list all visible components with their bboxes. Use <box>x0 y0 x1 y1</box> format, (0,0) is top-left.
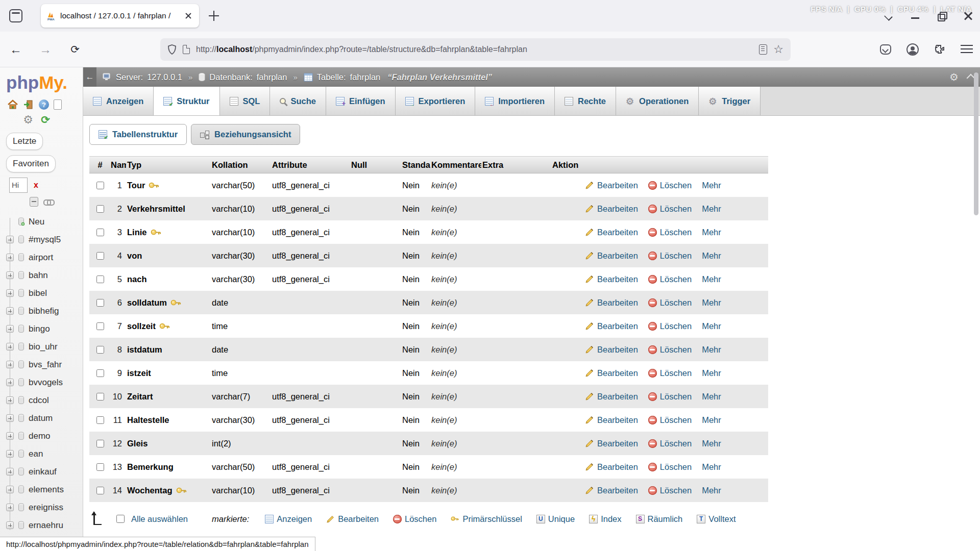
with-selected-unique[interactable]: Unique <box>536 514 575 524</box>
with-selected-index[interactable]: Index <box>589 514 621 524</box>
window-restore-icon[interactable] <box>935 9 948 22</box>
column-header[interactable]: # <box>89 160 110 170</box>
help-icon[interactable]: ? <box>39 99 49 110</box>
phpmyadmin-logo[interactable]: phpMy. <box>0 67 83 94</box>
row-checkbox[interactable] <box>96 463 104 471</box>
row-checkbox[interactable] <box>96 205 104 213</box>
delete-link[interactable]: Löschen <box>648 462 692 472</box>
expand-plus-icon[interactable] <box>6 414 14 422</box>
column-collation[interactable]: utf8_general_ci <box>271 228 350 237</box>
column-collation[interactable]: utf8_general_ci <box>271 462 350 472</box>
more-link[interactable]: Mehr <box>702 181 721 190</box>
more-link[interactable]: Mehr <box>702 345 721 355</box>
tab-close-icon[interactable] <box>183 10 194 21</box>
shield-icon[interactable] <box>167 44 177 55</box>
more-link[interactable]: Mehr <box>702 228 721 237</box>
expand-plus-icon[interactable] <box>6 504 14 511</box>
home-icon[interactable] <box>7 99 18 110</box>
delete-link[interactable]: Löschen <box>648 274 692 284</box>
menu-icon[interactable] <box>961 45 973 54</box>
column-collation[interactable]: utf8_general_ci <box>271 181 350 190</box>
with-selected-table[interactable]: Anzeigen <box>265 514 312 524</box>
extensions-icon[interactable] <box>934 44 945 55</box>
check-all-label[interactable]: Alle auswählen <box>131 514 188 524</box>
expand-plus-icon[interactable] <box>6 396 14 404</box>
sidebar-tree-item[interactable]: ereigniss <box>3 498 83 516</box>
row-checkbox[interactable] <box>96 369 104 377</box>
tab-importieren[interactable]: Importieren <box>475 87 555 115</box>
bookmark-star-icon[interactable]: ☆ <box>773 44 783 55</box>
expand-plus-icon[interactable] <box>6 361 14 368</box>
edit-link[interactable]: Bearbeiten <box>585 415 638 425</box>
favorites-button[interactable]: Favoriten <box>6 155 56 172</box>
sidebar-tree-item[interactable]: airport <box>3 248 83 266</box>
row-checkbox[interactable] <box>96 322 104 330</box>
edit-link[interactable]: Bearbeiten <box>585 274 638 284</box>
delete-link[interactable]: Löschen <box>648 345 692 355</box>
tab-rechte[interactable]: Rechte <box>555 87 616 115</box>
column-header[interactable]: Typ <box>126 160 211 170</box>
more-link[interactable]: Mehr <box>702 415 721 425</box>
delete-link[interactable]: Löschen <box>648 251 692 261</box>
breadcrumb-server[interactable]: Server:127.0.0.1 <box>103 72 182 82</box>
tab-trigger[interactable]: Trigger <box>699 87 761 115</box>
delete-link[interactable]: Löschen <box>648 439 692 448</box>
edit-link[interactable]: Bearbeiten <box>585 181 638 190</box>
documentation-icon[interactable] <box>54 99 62 110</box>
edit-link[interactable]: Bearbeiten <box>585 298 638 308</box>
column-header[interactable]: Kommentare <box>430 160 481 170</box>
more-link[interactable]: Mehr <box>702 251 721 261</box>
edit-link[interactable]: Bearbeiten <box>585 204 638 214</box>
tab-exportieren[interactable]: Exportieren <box>396 87 476 115</box>
new-tab-button[interactable] <box>206 8 222 23</box>
account-icon[interactable] <box>906 43 919 56</box>
sidebar-tree-item[interactable]: datum <box>3 409 83 427</box>
expand-plus-icon[interactable] <box>6 289 14 297</box>
tree-filter-input[interactable]: Hi <box>9 178 28 193</box>
column-header[interactable]: Kollation <box>211 160 271 170</box>
collapse-navigation-icon[interactable] <box>83 67 96 87</box>
delete-link[interactable]: Löschen <box>648 486 692 495</box>
sidebar-tree-item[interactable]: bvvogels <box>3 373 83 391</box>
more-link[interactable]: Mehr <box>702 486 721 495</box>
column-collation[interactable]: utf8_general_ci <box>271 486 350 495</box>
collapse-all-icon[interactable] <box>30 197 38 207</box>
sidebar-tree-item[interactable]: bio_uhr <box>3 338 83 356</box>
delete-link[interactable]: Löschen <box>648 321 692 331</box>
more-link[interactable]: Mehr <box>702 274 721 284</box>
expand-plus-icon[interactable] <box>6 468 14 475</box>
row-checkbox[interactable] <box>96 346 104 354</box>
delete-link[interactable]: Löschen <box>648 298 692 308</box>
column-collation[interactable]: utf8_general_ci <box>271 251 350 261</box>
delete-link[interactable]: Löschen <box>648 415 692 425</box>
structure-subtab[interactable]: Beziehungsansicht <box>191 124 300 145</box>
edit-link[interactable]: Bearbeiten <box>585 251 638 261</box>
sidebar-tree-item[interactable]: cdcol <box>3 391 83 409</box>
row-checkbox[interactable] <box>96 252 104 260</box>
structure-subtab[interactable]: Tabellenstruktur <box>89 124 187 145</box>
settings-gear-icon[interactable] <box>22 114 34 126</box>
sidebar-tree-item[interactable]: demo <box>3 427 83 445</box>
sidebar-tree-item[interactable]: ernaehru <box>3 516 83 534</box>
sidebar-tree-item[interactable]: bahn <box>3 266 83 284</box>
sidebar-tree-item[interactable]: einkauf <box>3 463 83 481</box>
reload-button[interactable]: ⟳ <box>66 41 84 58</box>
edit-link[interactable]: Bearbeiten <box>585 439 638 448</box>
row-checkbox[interactable] <box>96 276 104 283</box>
with-selected-key[interactable]: Primärschlüssel <box>451 514 522 524</box>
sidebar-tree-item[interactable]: elements <box>3 481 83 498</box>
edit-link[interactable]: Bearbeiten <box>585 462 638 472</box>
list-tabs-icon[interactable] <box>882 9 895 22</box>
column-header[interactable]: Standard <box>401 160 430 170</box>
tab-sql[interactable]: SQL <box>220 87 271 115</box>
expand-plus-icon[interactable] <box>6 521 14 529</box>
expand-plus-icon[interactable] <box>6 379 14 386</box>
browser-tab[interactable]: PMA localhost / 127.0.0.1 / fahrplan / <box>41 4 199 28</box>
more-link[interactable]: Mehr <box>702 368 721 378</box>
column-header[interactable]: Extra <box>481 160 551 170</box>
check-all-checkbox[interactable] <box>116 515 125 523</box>
sidebar-tree-item[interactable]: bibhefig <box>3 302 83 320</box>
expand-plus-icon[interactable] <box>6 325 14 333</box>
scrollbar-thumb[interactable] <box>974 72 978 215</box>
url-bar[interactable]: http://localhost/phpmyadmin/index.php?ro… <box>160 38 791 61</box>
